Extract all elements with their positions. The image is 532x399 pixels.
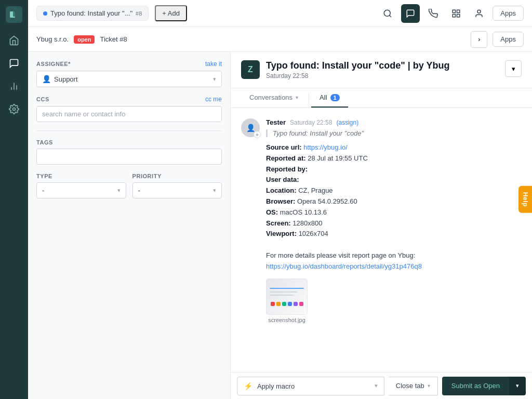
phone-button[interactable] [424, 4, 443, 23]
priority-label: Priority [132, 173, 222, 179]
app-logo [6, 6, 22, 23]
conversations-chevron-icon: ▾ [296, 95, 298, 100]
priority-field-group: Priority - ▾ [132, 173, 222, 198]
breadcrumb-company[interactable]: Ybug s.r.o. [36, 35, 69, 43]
ticket-bar: Ybug s.r.o. open Ticket #8 › Apps [28, 27, 532, 52]
submit-dropdown-button[interactable]: ▾ [509, 377, 526, 395]
bottom-bar: ⚡ Apply macro ▾ Close tab ▾ Submit as Op… [231, 372, 532, 399]
macro-select[interactable]: ⚡ Apply macro ▾ [237, 377, 384, 395]
priority-chevron-icon: ▾ [213, 187, 216, 194]
type-priority-row: Type - ▾ Priority - [36, 173, 222, 198]
type-chevron-icon: ▾ [117, 187, 121, 194]
type-label: Type [36, 173, 126, 179]
message-meta: Tester Saturday 22:58 (assign) [266, 118, 522, 126]
svg-rect-9 [457, 10, 460, 12]
ticket-header-info: Typo found: Install your "code" | by Ybu… [266, 60, 499, 79]
tags-label: Tags [36, 139, 222, 145]
sidebar-item-tickets[interactable] [5, 54, 23, 73]
message-body: Tester Saturday 22:58 (assign) Typo foun… [266, 118, 522, 323]
left-panel: Assignee* take it 👤 Support ▾ CCs [28, 52, 231, 399]
right-panel: Z Typo found: Install your "code" | by Y… [231, 52, 532, 399]
apps-bar-button[interactable]: Apps [493, 32, 524, 47]
message-author: Tester [266, 118, 286, 126]
lightning-icon: ⚡ [244, 382, 252, 390]
assignee-select-wrapper: 👤 Support ▾ [36, 71, 222, 87]
attachment-filename: screenshot.jpg [268, 317, 305, 323]
source-url-link[interactable]: https://ybug.io/ [303, 143, 348, 151]
tab-bar: Conversations ▾ All 1 [231, 88, 532, 108]
sidebar-item-settings[interactable] [5, 100, 23, 118]
details-link[interactable]: https://ybug.io/dashboard/reports/detail… [266, 262, 422, 270]
macro-chevron-icon: ▾ [375, 382, 378, 389]
svg-rect-1 [13, 10, 18, 17]
side-navigation [0, 0, 28, 399]
message-item: 👤 + Tester Saturday 22:58 (assign) Typo … [241, 118, 522, 323]
svg-point-6 [384, 10, 391, 16]
type-select-wrapper: - ▾ [36, 182, 126, 198]
all-badge: 1 [330, 94, 340, 101]
message-area: 👤 + Tester Saturday 22:58 (assign) Typo … [231, 108, 532, 372]
close-tab-button[interactable]: Close tab ▾ [389, 377, 438, 395]
take-it-link[interactable]: take it [205, 60, 222, 68]
current-tab[interactable]: Typo found: Install your "..." #8 [36, 6, 149, 21]
svg-rect-11 [453, 14, 456, 17]
divider [36, 130, 222, 131]
type-field-group: Type - ▾ [36, 173, 126, 198]
close-tab-chevron-icon: ▾ [428, 383, 430, 389]
message-quote: Typo found: Install your "code" [266, 129, 522, 137]
profile-button[interactable] [470, 4, 488, 23]
apps-button[interactable]: Apps [493, 6, 524, 21]
help-button[interactable]: Help [518, 186, 532, 213]
priority-select-wrapper: - ▾ [132, 182, 222, 198]
avatar-add-icon: + [254, 131, 261, 138]
message-time: Saturday 22:58 [290, 119, 332, 126]
search-button[interactable] [378, 4, 397, 23]
sidebar-item-reports[interactable] [5, 77, 23, 96]
ccs-input[interactable] [36, 106, 222, 122]
tab-status-dot [43, 11, 47, 16]
top-bar-actions: Apps [378, 4, 524, 23]
svg-rect-10 [457, 14, 460, 17]
content-area: Assignee* take it 👤 Support ▾ CCs [28, 52, 532, 399]
chat-button[interactable] [401, 4, 420, 23]
ticket-dropdown-button[interactable]: ▾ [505, 60, 522, 77]
svg-point-5 [13, 108, 16, 111]
top-bar: Typo found: Install your "..." #8 + Add … [28, 0, 532, 27]
submit-button[interactable]: Submit as Open [442, 377, 509, 395]
tab-all[interactable]: All 1 [311, 88, 348, 108]
ticket-id: Ticket #8 [100, 35, 127, 43]
open-badge: open [74, 35, 95, 44]
tags-input[interactable] [36, 149, 222, 165]
type-select[interactable]: - ▾ [36, 182, 126, 198]
sidebar-item-home[interactable] [5, 31, 23, 50]
ticket-date: Saturday 22:58 [266, 72, 499, 79]
expand-button[interactable]: › [471, 31, 487, 48]
ccs-field-group: CCs cc me [36, 96, 222, 122]
attachment-thumbnail[interactable]: screenshot.jpg [266, 278, 308, 323]
message-content: Source url: https://ybug.io/ Reported at… [266, 142, 522, 272]
assignee-field-group: Assignee* take it 👤 Support ▾ [36, 60, 222, 87]
cc-me-link[interactable]: cc me [205, 96, 222, 103]
thumbnail-image [266, 278, 308, 315]
ccs-label: CCs cc me [36, 96, 222, 103]
apps-grid-button[interactable] [447, 4, 466, 23]
ticket-header: Z Typo found: Install your "code" | by Y… [231, 52, 532, 88]
assignee-label: Assignee* take it [36, 60, 222, 68]
tab-divider [309, 92, 309, 103]
assign-link[interactable]: (assign) [336, 119, 358, 126]
message-avatar: 👤 + [241, 118, 260, 137]
svg-point-12 [477, 10, 481, 13]
submit-button-group: Submit as Open ▾ [442, 377, 526, 395]
tags-field-group: Tags [36, 139, 222, 165]
person-icon: 👤 [42, 75, 51, 83]
tab-conversations[interactable]: Conversations ▾ [241, 88, 307, 108]
tab-title: Typo found: Install your "..." [50, 9, 132, 17]
assignee-select[interactable]: 👤 Support ▾ [36, 71, 222, 87]
tab-number: #8 [136, 10, 142, 17]
add-button[interactable]: + Add [155, 5, 187, 21]
svg-line-7 [390, 15, 391, 17]
priority-select[interactable]: - ▾ [132, 182, 222, 198]
ticket-avatar: Z [241, 60, 260, 79]
chevron-down-icon: ▾ [213, 76, 216, 83]
ticket-title: Typo found: Install your "code" | by Ybu… [266, 60, 499, 71]
